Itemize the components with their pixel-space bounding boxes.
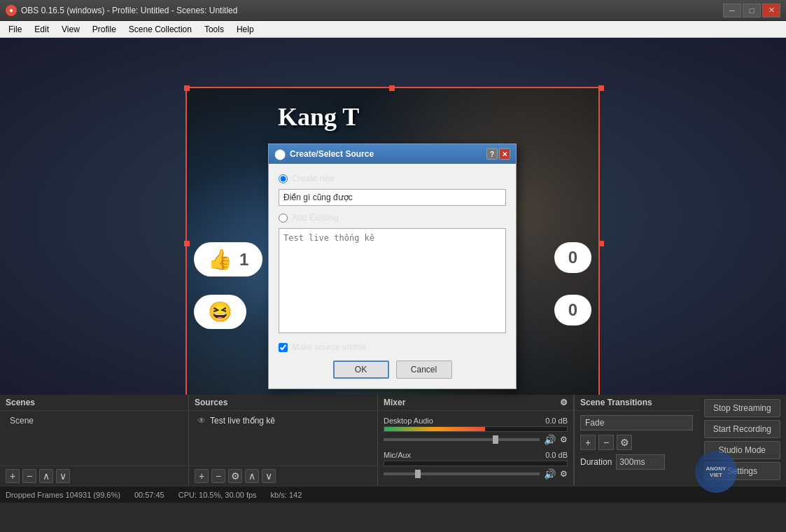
create-new-label: Create new <box>292 174 335 183</box>
dialog-overlay: ⬤ Create/Select Source ? ✕ Create new Ad <box>0 0 786 532</box>
name-input-row <box>279 189 506 206</box>
existing-sources-textarea[interactable] <box>279 228 506 333</box>
dialog-ok-button[interactable]: OK <box>333 360 389 379</box>
make-visible-label: Make source visible <box>292 342 365 352</box>
add-existing-row: Add Existing <box>279 213 506 223</box>
add-existing-radio[interactable] <box>279 214 288 223</box>
create-new-row: Create new <box>279 174 506 183</box>
make-visible-row: Make source visible <box>279 342 506 352</box>
make-visible-checkbox[interactable] <box>279 343 288 352</box>
dialog-body: Create new Add Existing Make source visi… <box>269 164 516 388</box>
dialog-titlebar-controls: ? ✕ <box>486 148 510 160</box>
dialog-icon: ⬤ <box>274 148 286 160</box>
dialog-cancel-button[interactable]: Cancel <box>396 360 452 379</box>
dialog-titlebar: ⬤ Create/Select Source ? ✕ <box>269 144 516 164</box>
dialog-button-row: OK Cancel <box>279 360 506 379</box>
dialog-close-button[interactable]: ✕ <box>499 148 510 160</box>
dialog-title: Create/Select Source <box>290 149 374 159</box>
create-select-source-dialog: ⬤ Create/Select Source ? ✕ Create new Ad <box>268 144 517 389</box>
add-existing-label: Add Existing <box>292 213 339 223</box>
source-name-input[interactable] <box>279 189 506 206</box>
dialog-help-button[interactable]: ? <box>486 148 498 160</box>
existing-list-row <box>279 228 506 335</box>
create-new-radio[interactable] <box>279 174 288 183</box>
